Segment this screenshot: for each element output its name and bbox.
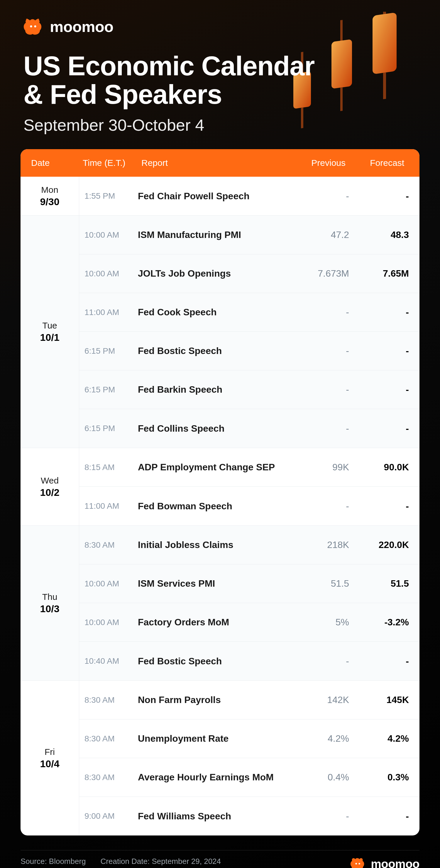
table-row: 6:15 PMFed Collins Speech-- xyxy=(79,409,419,448)
brand-name: moomoo xyxy=(50,18,114,35)
table-row: 10:00 AMISM Services PMI51.551.5 xyxy=(79,564,419,603)
cell-forecast: 4.2% xyxy=(354,733,412,744)
cell-previous: - xyxy=(295,501,354,512)
table-row: 10:00 AMJOLTs Job Openings7.673M7.65M xyxy=(79,254,419,293)
table-row: 8:30 AMUnemployment Rate4.2%4.2% xyxy=(79,719,419,758)
day-name: Wed xyxy=(41,475,59,486)
cell-report: Average Hourly Earnings MoM xyxy=(138,772,295,783)
cell-report: Initial Jobless Claims xyxy=(138,539,295,550)
cell-time: 1:55 PM xyxy=(79,191,138,201)
table-row: 10:00 AMFactory Orders MoM5%-3.2% xyxy=(79,603,419,642)
cell-forecast: 145K xyxy=(354,694,412,705)
calendar-table: Date Time (E.T.) Report Previous Forecas… xyxy=(21,149,419,835)
col-report: Report xyxy=(138,158,295,168)
cell-report: ADP Employment Change SEP xyxy=(138,462,295,473)
cell-previous: 51.5 xyxy=(295,578,354,589)
day-rows: 8:30 AMNon Farm Payrolls142K145K8:30 AMU… xyxy=(79,681,419,835)
cell-report: JOLTs Job Openings xyxy=(138,268,295,279)
cell-report: ISM Manufacturing PMI xyxy=(138,229,295,240)
cell-forecast: 51.5 xyxy=(354,578,412,589)
table-row: 8:30 AMInitial Jobless Claims218K220.0K xyxy=(79,526,419,564)
table-row: 11:00 AMFed Bowman Speech-- xyxy=(79,487,419,525)
cell-time: 11:00 AM xyxy=(79,308,138,317)
date-cell: Wed10/2 xyxy=(21,448,79,525)
day-name: Thu xyxy=(42,592,58,602)
cell-forecast: 48.3 xyxy=(354,229,412,240)
cell-previous: 142K xyxy=(295,694,354,705)
header: moomoo US Economic Calendar & Fed Speake… xyxy=(0,0,440,149)
title-line1: US Economic Calendar xyxy=(24,51,315,81)
cell-forecast: - xyxy=(354,656,412,667)
col-time: Time (E.T.) xyxy=(79,158,138,168)
day-group: Wed10/28:15 AMADP Employment Change SEP9… xyxy=(21,448,419,526)
cell-previous: - xyxy=(295,384,354,395)
table-row: 10:00 AMISM Manufacturing PMI47.248.3 xyxy=(79,216,419,254)
cell-time: 8:30 AM xyxy=(79,734,138,743)
moomoo-icon xyxy=(350,857,367,868)
day-rows: 10:00 AMISM Manufacturing PMI47.248.310:… xyxy=(79,216,419,448)
cell-time: 8:15 AM xyxy=(79,463,138,472)
cell-time: 11:00 AM xyxy=(79,501,138,511)
day-rows: 8:15 AMADP Employment Change SEP99K90.0K… xyxy=(79,448,419,525)
cell-time: 6:15 PM xyxy=(79,424,138,433)
cell-report: Fed Bowman Speech xyxy=(138,501,295,512)
cell-forecast: 0.3% xyxy=(354,772,412,783)
brand-logo: moomoo xyxy=(24,18,416,36)
day-group: Fri10/48:30 AMNon Farm Payrolls142K145K8… xyxy=(21,681,419,835)
cell-previous: 47.2 xyxy=(295,229,354,240)
cell-previous: 218K xyxy=(295,539,354,550)
cell-forecast: - xyxy=(354,501,412,512)
creation-date: Creation Date: September 29, 2024 xyxy=(100,857,221,866)
brand-name: moomoo xyxy=(371,858,419,868)
date-cell: Mon9/30 xyxy=(21,177,79,215)
cell-time: 10:00 AM xyxy=(79,618,138,627)
table-row: 1:55 PMFed Chair Powell Speech-- xyxy=(79,177,419,215)
cell-report: Fed Bostic Speech xyxy=(138,345,295,356)
cell-forecast: - xyxy=(354,345,412,356)
cell-forecast: - xyxy=(354,307,412,318)
cell-report: Fed Barkin Speech xyxy=(138,384,295,395)
cell-time: 10:00 AM xyxy=(79,230,138,240)
table-row: 10:40 AMFed Bostic Speech-- xyxy=(79,642,419,680)
col-forecast: Forecast xyxy=(354,158,412,168)
cell-report: Fed Chair Powell Speech xyxy=(138,191,295,202)
footer-brand: moomoo xyxy=(337,857,419,868)
cell-report: Fed Cook Speech xyxy=(138,307,295,318)
cell-forecast: 220.0K xyxy=(354,539,412,550)
day-name: Tue xyxy=(42,320,57,331)
cell-report: Non Farm Payrolls xyxy=(138,694,295,705)
source-label: Source: Bloomberg xyxy=(21,857,86,866)
day-name: Mon xyxy=(41,185,58,195)
cell-previous: 4.2% xyxy=(295,733,354,744)
table-row: 8:15 AMADP Employment Change SEP99K90.0K xyxy=(79,448,419,487)
cell-time: 10:00 AM xyxy=(79,269,138,278)
svg-point-9 xyxy=(30,26,32,28)
day-group: Tue10/110:00 AMISM Manufacturing PMI47.2… xyxy=(21,216,419,448)
cell-forecast: 7.65M xyxy=(354,268,412,279)
cell-time: 8:30 AM xyxy=(79,695,138,705)
cell-time: 8:30 AM xyxy=(79,773,138,782)
cell-report: Fed Bostic Speech xyxy=(138,656,295,667)
date-cell: Fri10/4 xyxy=(21,681,79,835)
col-previous: Previous xyxy=(295,158,354,168)
cell-forecast: - xyxy=(354,191,412,202)
page: moomoo US Economic Calendar & Fed Speake… xyxy=(0,0,440,868)
day-date: 9/30 xyxy=(40,196,59,208)
cell-time: 6:15 PM xyxy=(79,346,138,356)
cell-time: 8:30 AM xyxy=(79,540,138,550)
date-cell: Thu10/3 xyxy=(21,526,79,680)
cell-report: Unemployment Rate xyxy=(138,733,295,744)
table-row: 9:00 AMFed Williams Speech-- xyxy=(79,797,419,835)
cell-time: 10:00 AM xyxy=(79,579,138,588)
day-date: 10/4 xyxy=(40,758,59,770)
footer-meta: Source: Bloomberg Creation Date: Septemb… xyxy=(21,857,328,866)
date-range: September 30-October 4 xyxy=(24,116,416,134)
cell-previous: 0.4% xyxy=(295,772,354,783)
table-row: 8:30 AMAverage Hourly Earnings MoM0.4%0.… xyxy=(79,758,419,797)
cell-previous: - xyxy=(295,307,354,318)
cell-previous: 5% xyxy=(295,617,354,628)
cell-forecast: - xyxy=(354,811,412,822)
cell-report: Factory Orders MoM xyxy=(138,617,295,628)
cell-previous: - xyxy=(295,811,354,822)
day-date: 10/1 xyxy=(40,332,59,343)
